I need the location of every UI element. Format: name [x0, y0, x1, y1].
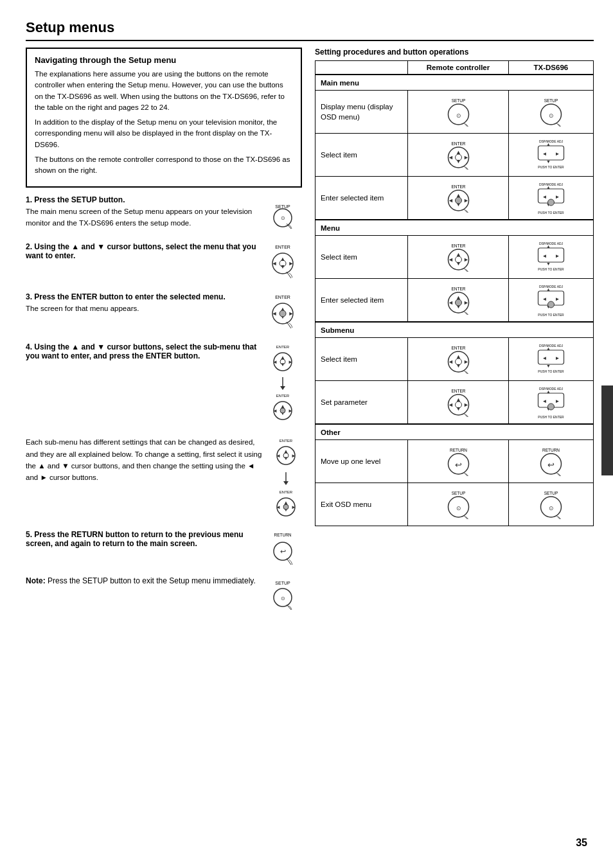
step-3: 3. Press the ENTER button to enter the s… — [26, 292, 302, 331]
section-label: Main menu — [315, 75, 594, 91]
svg-text:◄: ◄ — [448, 197, 454, 204]
step-3-text: 3. Press the ENTER button to enter the s… — [26, 292, 257, 314]
svg-text:◄: ◄ — [448, 154, 454, 161]
svg-text:◄: ◄ — [542, 296, 547, 302]
table-row: Select item ENTER ▲ ▼ ◄ ► DSP/MODE ADJ ◄… — [315, 134, 594, 177]
rc-icon-cell: RETURN ↩ — [408, 440, 508, 483]
svg-text:ENTER: ENTER — [451, 287, 465, 291]
nav-box-para-1: The explanations here assume you are usi… — [35, 69, 293, 113]
tx-icon-cell: SETUP ⊙ — [508, 91, 593, 134]
action-cell: Select item — [315, 338, 408, 381]
svg-text:PUSH TO ENTER: PUSH TO ENTER — [538, 369, 564, 373]
svg-text:◄: ◄ — [448, 359, 454, 365]
svg-text:⊙: ⊙ — [548, 112, 553, 119]
svg-line-11 — [287, 272, 291, 278]
svg-text:◄: ◄ — [542, 151, 547, 157]
svg-text:◄: ◄ — [542, 253, 547, 259]
step-1-text: 1. Press the SETUP button. The main menu… — [26, 195, 257, 229]
table-section-header: Other — [315, 424, 594, 440]
note-section: Note: Press the SETUP button to exit the… — [26, 576, 302, 612]
svg-text:DSP/MODE ADJ: DSP/MODE ADJ — [539, 242, 564, 245]
table-section-header: Submenu — [315, 322, 594, 338]
svg-text:►: ► — [288, 310, 294, 317]
svg-point-159 — [547, 403, 554, 410]
step-3-icon: ENTER ▲ ▼ ◄ ► — [263, 292, 302, 331]
table-section-header: Menu — [315, 220, 594, 236]
svg-text:ENTER: ENTER — [276, 345, 290, 349]
svg-text:PUSH TO ENTER: PUSH TO ENTER — [538, 267, 564, 271]
col-header-action — [315, 61, 408, 75]
svg-text:▼: ▼ — [546, 159, 551, 164]
svg-text:DSP/MODE ADJ: DSP/MODE ADJ — [539, 139, 564, 143]
page-number: 35 — [576, 837, 587, 849]
svg-text:ENTER: ENTER — [451, 184, 465, 189]
svg-text:◄: ◄ — [542, 355, 547, 361]
svg-text:▼: ▼ — [546, 261, 551, 266]
rc-icon-cell: ENTER ▲ ▼ ◄ ► — [408, 338, 508, 381]
step-4-text: 4. Using the ▲ and ▼ cursor buttons, sel… — [26, 342, 257, 362]
step-5-header: 5. Press the RETURN button to return to … — [26, 530, 257, 548]
svg-text:◄: ◄ — [272, 408, 278, 414]
step-5-icon: RETURN ↩ — [263, 530, 302, 567]
svg-text:▲: ▲ — [546, 346, 551, 351]
svg-point-35 — [280, 408, 285, 413]
svg-text:⊙: ⊙ — [456, 505, 461, 511]
step-5: 5. Press the RETURN button to return to … — [26, 530, 302, 567]
table-row: Move up one level RETURN ↩ RETURN ↩ — [315, 440, 594, 483]
step-4: 4. Using the ▲ and ▼ cursor buttons, sel… — [26, 342, 302, 425]
svg-text:►: ► — [291, 453, 296, 459]
extra-steps: Each sub-menu has different settings tha… — [26, 436, 302, 521]
table-row: Set parameter ENTER ▲ ▼ ◄ ► DSP/MODE ADJ… — [315, 381, 594, 425]
tx-icon-cell: DSP/MODE ADJ ◄ ► ▲ ▼ PUSH TO ENTER — [508, 279, 593, 323]
step-5-text: 5. Press the RETURN button to return to … — [26, 530, 257, 550]
rc-icon-cell: ENTER ▲ ▼ ◄ ► — [408, 381, 508, 425]
svg-text:RETURN: RETURN — [542, 448, 560, 452]
step-2-icon: ENTER ▲ ▼ ◄ ► — [263, 242, 302, 281]
tx-icon-cell: DSP/MODE ADJ ◄ ► ▲ ▼ PUSH TO ENTER — [508, 177, 593, 220]
svg-text:▲: ▲ — [546, 142, 551, 146]
svg-text:►: ► — [288, 408, 293, 414]
svg-text:▲: ▲ — [546, 287, 551, 292]
svg-line-55 — [287, 558, 291, 565]
svg-text:PUSH TO ENTER: PUSH TO ENTER — [538, 211, 564, 214]
step-2-header: 2. Using the ▲ and ▼ cursor buttons, sel… — [26, 242, 257, 260]
col-header-tx: TX-DS696 — [508, 61, 593, 75]
svg-text:⊙: ⊙ — [456, 112, 461, 119]
svg-line-121 — [463, 311, 467, 315]
svg-text:►: ► — [463, 402, 469, 408]
tx-icon-cell: DSP/MODE ADJ ◄ ► ▲ ▼ PUSH TO ENTER — [508, 236, 593, 279]
table-row: Select item ENTER ▲ ▼ ◄ ► DSP/MODE ADJ ◄… — [315, 338, 594, 381]
svg-text:⊙: ⊙ — [280, 596, 285, 601]
step-2-text: 2. Using the ▲ and ▼ cursor buttons, sel… — [26, 242, 257, 262]
side-tab — [601, 385, 613, 475]
svg-text:ENTER: ENTER — [280, 439, 293, 443]
svg-text:ENTER: ENTER — [451, 389, 465, 393]
rc-icon-cell: SETUP ⊙ — [408, 483, 508, 526]
svg-text:ENTER: ENTER — [451, 244, 465, 248]
action-cell: Enter selected item — [315, 177, 408, 220]
col-header-rc: Remote controller — [408, 61, 508, 75]
svg-text:▲: ▲ — [546, 185, 551, 190]
rc-icon-cell: ENTER ▲ ▼ ◄ ► — [408, 177, 508, 220]
tx-icon-cell: DSP/MODE ADJ ◄ ► ▲ ▼ PUSH TO ENTER — [508, 134, 593, 177]
rc-icon-cell: ENTER ▲ ▼ ◄ ► — [408, 134, 508, 177]
svg-text:SETUP: SETUP — [451, 98, 465, 103]
svg-line-152 — [463, 413, 467, 417]
section-label: Other — [315, 424, 594, 440]
svg-text:◄: ◄ — [542, 398, 547, 404]
left-column: Navigating through the Setup menu The ex… — [26, 48, 302, 612]
svg-text:DSP/MODE ADJ: DSP/MODE ADJ — [539, 387, 564, 391]
svg-line-75 — [463, 166, 467, 170]
extra-steps-icons: ENTER ▲ ▼ ◄ ► ENTER — [270, 436, 302, 521]
steps-section: 1. Press the SETUP button. The main menu… — [26, 195, 302, 612]
step-1-detail: The main menu screen of the Setup menu a… — [26, 206, 257, 229]
note-icon: SETUP ⊙ — [263, 576, 302, 612]
svg-text:◄: ◄ — [448, 256, 454, 263]
svg-point-89 — [455, 197, 461, 204]
svg-text:▼: ▼ — [456, 362, 461, 369]
tx-icon-cell: DSP/MODE ADJ ◄ ► ▲ ▼ PUSH TO ENTER — [508, 381, 593, 425]
svg-text:ENTER: ENTER — [280, 490, 293, 494]
svg-text:▲: ▲ — [546, 244, 551, 249]
svg-text:►: ► — [288, 260, 294, 267]
step-3-detail: The screen for that menu appears. — [26, 303, 257, 314]
